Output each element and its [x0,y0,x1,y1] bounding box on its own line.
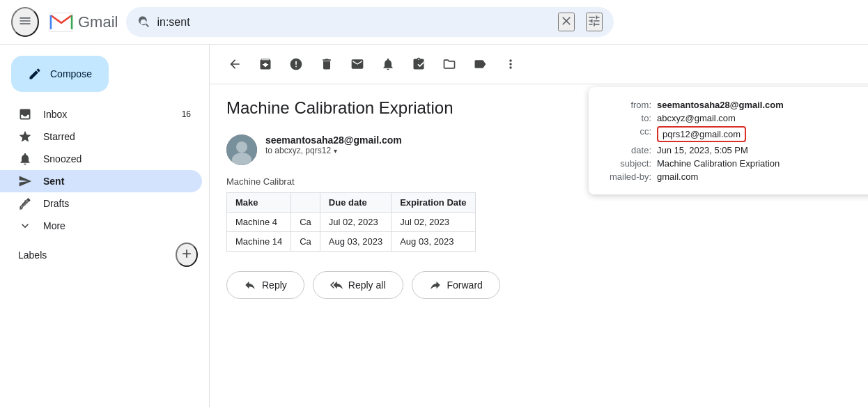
to-text: to abcxyz, pqrs12 [265,146,331,155]
sidebar-item-starred[interactable]: Starred [0,125,202,148]
subject-value: Machine Calibration Expriation [657,158,780,169]
table-row: Machine 4 Ca Jul 02, 2023 Jul 02, 2023 [227,213,476,232]
tooltip-date-row: date: Jun 15, 2023, 5:05 PM [603,144,867,157]
sidebar-item-inbox[interactable]: Inbox 16 [0,103,202,125]
calibration-table: Make Due date Expiration Date Machine 4 … [226,192,476,252]
inbox-count: 16 [182,109,191,119]
delete-button[interactable] [313,50,341,78]
sender-avatar [226,135,257,165]
mailed-value: gmail.com [657,171,698,182]
sidebar-item-drafts[interactable]: Drafts [0,192,202,215]
due-machine4: Jul 02, 2023 [320,213,391,232]
date-label: date: [603,145,651,155]
archive-button[interactable] [251,50,279,78]
back-button[interactable] [221,50,249,78]
sidebar: Compose Inbox 16 Starred Snoo [0,45,209,407]
col-col2 [291,193,320,213]
labels-section: Labels [0,237,209,270]
sidebar-item-more[interactable]: More [0,215,202,237]
email-actions: Reply Reply all Forward [226,257,851,313]
drafts-label: Drafts [43,198,191,209]
exp-machine4: Jul 02, 2023 [392,213,475,232]
snooze-button[interactable] [374,50,402,78]
search-bar: in:sent [126,7,614,37]
gmail-wordmark: Gmail [78,13,118,31]
compose-button[interactable]: Compose [11,56,109,92]
email-details-tooltip: from: seemantosaha28@gmail.com to: abcxy… [589,87,868,194]
sidebar-item-sent[interactable]: Sent [0,170,202,192]
from-label: from: [603,100,651,110]
email-toolbar [210,45,868,84]
more-options-button[interactable] [497,50,525,78]
col-due-date: Due date [320,193,391,213]
tooltip-to-row: to: abcxyz@gmail.com [603,112,867,125]
label-button[interactable] [466,50,494,78]
edit-icon [28,67,42,81]
forward-icon [429,279,442,291]
col2-machine4: Ca [291,213,320,232]
tooltip-mailed-row: mailed-by: gmail.com [603,170,867,183]
sidebar-item-snoozed[interactable]: Snoozed [0,148,202,170]
forward-label: Forward [447,279,483,291]
chevron-down-icon: ▾ [334,147,337,155]
sent-icon [18,174,32,188]
email-header: seemantosaha28@gmail.com to abcxyz, pqrs… [226,129,851,171]
tooltip-cc-row: cc: pqrs12@gmail.com [603,125,867,144]
cc-label: cc: [603,126,651,142]
tooltip-subject-row: subject: Machine Calibration Expriation [603,157,867,170]
star-icon [18,130,32,144]
date-value: Jun 15, 2023, 5:05 PM [657,145,748,155]
mark-unread-button[interactable] [343,50,371,78]
more-label: More [43,220,191,231]
from-value: seemantosaha28@gmail.com [657,100,784,110]
due-machine14: Aug 03, 2023 [320,232,391,252]
topbar: Gmail in:sent [0,0,868,45]
reply-all-icon [330,279,343,291]
reply-button[interactable]: Reply [226,271,304,299]
gmail-logo: Gmail [47,8,118,36]
table-row: Machine 14 Ca Aug 03, 2023 Aug 03, 2023 [227,232,476,252]
report-spam-button[interactable] [282,50,310,78]
inbox-label: Inbox [43,109,171,120]
email-view: Machine Calibration Expriation seemantos… [210,84,868,407]
reply-icon [244,279,256,291]
svg-point-2 [236,141,247,153]
col-expiration-date: Expiration Date [392,193,475,213]
mailed-label: mailed-by: [603,171,651,182]
tooltip-from-row: from: seemantosaha28@gmail.com [603,98,867,112]
snoozed-label: Snoozed [43,153,191,164]
inbox-icon [18,107,32,121]
make-machine14: Machine 14 [227,232,291,252]
menu-button[interactable] [11,7,39,37]
to-label: to: [603,113,651,123]
compose-label: Compose [50,68,92,79]
move-to-button[interactable] [435,50,463,78]
search-options-button[interactable] [586,13,603,31]
main-layout: Compose Inbox 16 Starred Snoo [0,45,868,407]
search-clear-button[interactable] [558,13,575,31]
drafts-icon [18,197,32,210]
reply-label: Reply [262,279,287,291]
starred-label: Starred [43,131,191,142]
search-input[interactable]: in:sent [157,16,552,29]
sent-label: Sent [43,176,191,187]
exp-machine14: Aug 03, 2023 [392,232,475,252]
make-machine4: Machine 4 [227,213,291,232]
col-make: Make [227,193,291,213]
snooze-icon [18,152,32,166]
more-icon [18,219,32,233]
col2-machine14: Ca [291,232,320,252]
labels-title: Labels [18,249,47,261]
to-value: abcxyz@gmail.com [657,113,736,123]
add-task-button[interactable] [405,50,433,78]
subject-label: subject: [603,158,651,169]
forward-button[interactable]: Forward [412,271,500,299]
search-icon [137,15,151,29]
reply-all-label: Reply all [348,279,386,291]
email-content: Machine Calibration Expriation seemantos… [209,45,868,407]
labels-add-button[interactable] [176,243,198,267]
cc-value: pqrs12@gmail.com [657,126,746,142]
reply-all-button[interactable]: Reply all [313,271,403,299]
